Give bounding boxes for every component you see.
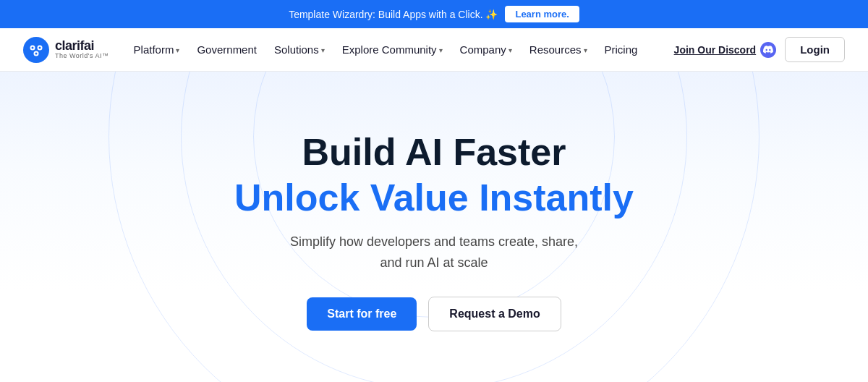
nav-item-pricing[interactable]: Pricing bbox=[597, 38, 645, 61]
svg-point-6 bbox=[35, 52, 38, 54]
banner-link[interactable]: Learn more. bbox=[505, 6, 579, 22]
nav-right: Join Our Discord Login bbox=[674, 37, 845, 62]
nav-label-government: Government bbox=[197, 43, 257, 56]
discord-label: Join Our Discord bbox=[674, 44, 757, 56]
svg-point-5 bbox=[39, 46, 41, 48]
nav-item-explore-community[interactable]: Explore Community ▾ bbox=[335, 38, 450, 61]
nav-label-solutions: Solutions bbox=[274, 43, 319, 56]
logo-name: clarifai bbox=[55, 39, 109, 54]
chevron-down-icon: ▾ bbox=[584, 46, 587, 54]
decorative-circle-3 bbox=[109, 72, 760, 382]
logo[interactable]: clarifai The World's AI™ bbox=[23, 37, 109, 63]
nav-item-solutions[interactable]: Solutions ▾ bbox=[267, 38, 332, 61]
nav-label-resources: Resources bbox=[529, 43, 582, 56]
login-button[interactable]: Login bbox=[785, 37, 845, 62]
discord-icon bbox=[760, 42, 776, 58]
nav-label-pricing: Pricing bbox=[605, 43, 638, 56]
decorative-circle-2 bbox=[181, 72, 687, 382]
hero-description: Simplify how developers and teams create… bbox=[282, 232, 586, 273]
start-free-button[interactable]: Start for free bbox=[307, 297, 417, 331]
nav-item-resources[interactable]: Resources ▾ bbox=[522, 38, 595, 61]
hero-subtitle: Unlock Value Instantly bbox=[234, 177, 634, 218]
chevron-down-icon: ▾ bbox=[439, 46, 443, 54]
logo-tagline: The World's AI™ bbox=[55, 53, 109, 60]
nav-label-company: Company bbox=[460, 43, 506, 56]
chevron-down-icon: ▾ bbox=[509, 46, 512, 54]
hero-title: Build AI Faster bbox=[302, 132, 566, 173]
nav-label-platform: Platform bbox=[134, 43, 174, 56]
hero-buttons: Start for free Request a Demo bbox=[307, 297, 561, 331]
nav-label-explore-community: Explore Community bbox=[342, 43, 437, 56]
chevron-down-icon: ▾ bbox=[176, 46, 179, 54]
discord-link[interactable]: Join Our Discord bbox=[674, 42, 777, 58]
banner-text: Template Wizardry: Build Apps with a Cli… bbox=[289, 9, 498, 20]
svg-point-0 bbox=[23, 37, 49, 63]
svg-point-4 bbox=[32, 46, 34, 48]
nav-item-company[interactable]: Company ▾ bbox=[453, 38, 519, 61]
nav-item-platform[interactable]: Platform ▾ bbox=[127, 38, 187, 61]
clarifai-logo-icon bbox=[23, 37, 49, 63]
chevron-down-icon: ▾ bbox=[321, 46, 325, 54]
top-banner: Template Wizardry: Build Apps with a Cli… bbox=[0, 0, 868, 28]
nav-item-government[interactable]: Government bbox=[190, 38, 264, 61]
nav-items: Platform ▾ Government Solutions ▾ Explor… bbox=[127, 38, 668, 61]
request-demo-button[interactable]: Request a Demo bbox=[428, 297, 561, 331]
hero-section: Build AI Faster Unlock Value Instantly S… bbox=[0, 72, 868, 382]
navbar: clarifai The World's AI™ Platform ▾ Gove… bbox=[0, 28, 868, 72]
logo-text: clarifai The World's AI™ bbox=[55, 39, 109, 61]
